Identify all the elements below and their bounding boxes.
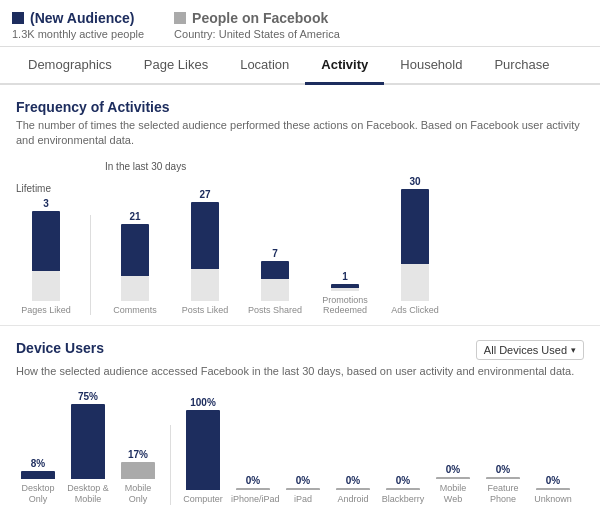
device-iphone-ipad: 0% iPhone/iPad xyxy=(231,475,275,505)
bar-comments: 21 Comments xyxy=(105,211,165,315)
bar-ads-clicked: 30 Ads Clicked xyxy=(385,176,445,315)
tab-purchase[interactable]: Purchase xyxy=(478,47,565,85)
device-filter-dropdown[interactable]: All Devices Used ▾ xyxy=(476,340,584,360)
tab-location[interactable]: Location xyxy=(224,47,305,85)
frequency-section: Frequency of Activities The number of ti… xyxy=(0,85,600,326)
device-mobile-web: 0% Mobile Web xyxy=(431,464,475,505)
people-name: People on Facebook xyxy=(192,10,328,26)
device-feature-phone: 0% Feature Phone xyxy=(481,464,525,505)
audience-name: (New Audience) xyxy=(30,10,135,26)
device-desktop-mobile: 75% Desktop & Mobile xyxy=(66,391,110,505)
bar-pages-liked: 3 Pages Liked xyxy=(16,198,76,315)
people-subtitle: Country: United States of America xyxy=(174,28,340,40)
tab-demographics[interactable]: Demographics xyxy=(12,47,128,85)
device-mobile-only: 17% Mobile Only xyxy=(116,449,160,505)
lifetime-label: Lifetime xyxy=(16,183,76,194)
bar-posts-shared: 7 Posts Shared xyxy=(245,248,305,315)
device-blackberry: 0% Blackberry xyxy=(381,475,425,505)
frequency-title: Frequency of Activities xyxy=(16,99,584,115)
audience-dot xyxy=(12,12,24,24)
tab-household[interactable]: Household xyxy=(384,47,478,85)
chevron-down-icon: ▾ xyxy=(571,345,576,355)
audience-subtitle: 1.3K monthly active people xyxy=(12,28,144,40)
device-section: Device Users All Devices Used ▾ How the … xyxy=(0,326,600,519)
device-header: Device Users All Devices Used ▾ xyxy=(16,340,584,360)
tab-page-likes[interactable]: Page Likes xyxy=(128,47,224,85)
people-dot xyxy=(174,12,186,24)
device-desc: How the selected audience accessed Faceb… xyxy=(16,364,584,379)
device-android: 0% Android xyxy=(331,475,375,505)
device-computer: 100% Computer xyxy=(181,397,225,505)
people-block: People on Facebook Country: United State… xyxy=(174,10,340,40)
device-unknown: 0% Unknown xyxy=(531,475,575,505)
frequency-desc: The number of times the selected audienc… xyxy=(16,118,584,149)
audience-title: (New Audience) xyxy=(12,10,144,26)
audience-block: (New Audience) 1.3K monthly active peopl… xyxy=(12,10,144,40)
device-ipad: 0% iPad xyxy=(281,475,325,505)
top-bar: (New Audience) 1.3K monthly active peopl… xyxy=(0,0,600,47)
device-title: Device Users xyxy=(16,340,104,356)
bar-posts-liked: 27 Posts Liked xyxy=(175,189,235,315)
bar-promotions: 1 Promotions Redeemed xyxy=(315,271,375,315)
device-filter-label: All Devices Used xyxy=(484,344,567,356)
days30-label: In the last 30 days xyxy=(105,161,445,172)
tabs-bar: Demographics Page Likes Location Activit… xyxy=(0,47,600,85)
people-title: People on Facebook xyxy=(174,10,340,26)
device-desktop-only: 8% Desktop Only xyxy=(16,458,60,505)
tab-activity[interactable]: Activity xyxy=(305,47,384,85)
